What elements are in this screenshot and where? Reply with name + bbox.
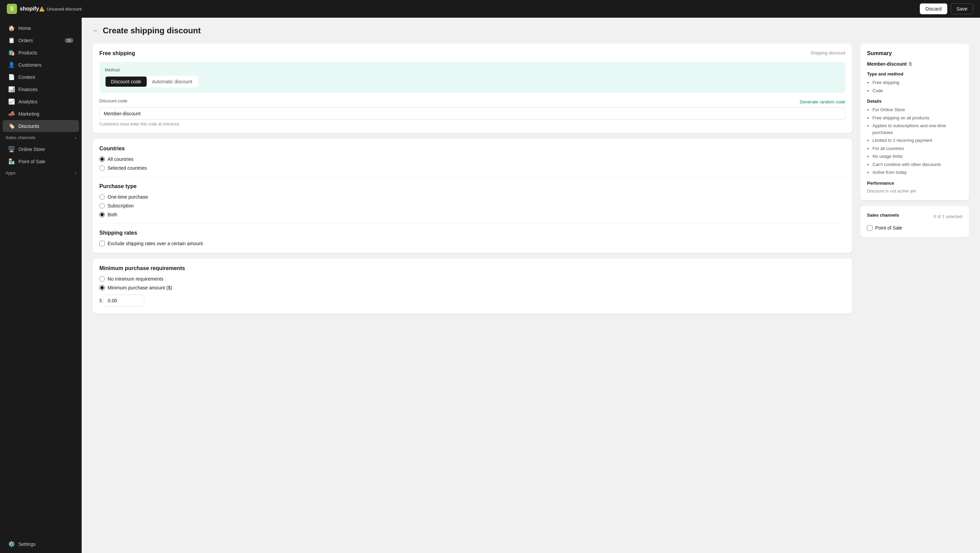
topbar-right: Discard Save bbox=[920, 3, 973, 14]
both-radio[interactable]: Both bbox=[99, 212, 845, 217]
apps-section-header[interactable]: Apps › bbox=[0, 168, 82, 178]
minimum-amount-label: Minimum purchase amount ($) bbox=[108, 285, 172, 291]
analytics-icon: 📈 bbox=[8, 98, 15, 105]
no-minimum-radio-input[interactable] bbox=[99, 276, 105, 281]
details-title: Details bbox=[867, 99, 962, 104]
topbar-left: S shopify bbox=[7, 4, 39, 14]
sidebar-item-products[interactable]: 🛍️ Products bbox=[3, 47, 79, 59]
type-method-section: Type and method Free shipping Code bbox=[867, 72, 962, 94]
discard-button[interactable]: Discard bbox=[920, 3, 947, 14]
point-of-sale-label: Point of Sale bbox=[875, 225, 902, 230]
customers-icon: 👤 bbox=[8, 62, 15, 68]
orders-badge: 25 bbox=[65, 38, 73, 43]
sidebar-nav-items: 🏠 Home 📋 Orders 25 🛍️ Products 👤 Custome… bbox=[0, 22, 82, 132]
sidebar-item-label: Marketing bbox=[18, 111, 39, 117]
apps-label: Apps bbox=[5, 170, 16, 175]
type-method-list: Free shipping Code bbox=[867, 79, 962, 94]
warning-icon: ⚠️ bbox=[39, 6, 45, 11]
performance-section: Performance Discount is not active yet bbox=[867, 181, 962, 194]
home-icon: 🏠 bbox=[8, 25, 15, 31]
detail-3: Limited to 1 recurring payment bbox=[872, 137, 962, 144]
discounts-icon: 🏷️ bbox=[8, 123, 15, 129]
sidebar-item-label: Analytics bbox=[18, 99, 37, 105]
purchase-type-radio-group: One-time purchase Subscription Both bbox=[99, 194, 845, 217]
no-minimum-label: No minimum requirements bbox=[108, 276, 163, 281]
detail-7: Active from today bbox=[872, 169, 962, 176]
detail-2: Applies to subscriptions and one-time pu… bbox=[872, 122, 962, 136]
discount-code-toggle[interactable]: Discount code bbox=[105, 76, 147, 87]
sidebar-item-content[interactable]: 📄 Content bbox=[3, 71, 79, 83]
both-radio-input[interactable] bbox=[99, 212, 105, 217]
all-countries-radio[interactable]: All countries bbox=[99, 156, 845, 162]
point-of-sale-channel[interactable]: Point of Sale bbox=[867, 225, 962, 230]
selected-countries-radio-input[interactable] bbox=[99, 165, 105, 171]
free-shipping-title: Free shipping bbox=[99, 50, 135, 56]
all-countries-radio-input[interactable] bbox=[99, 156, 105, 162]
free-shipping-card: Free shipping Shipping discount Method D… bbox=[92, 43, 852, 133]
method-toggle-group: Discount code Automatic discount bbox=[105, 76, 198, 87]
sidebar-item-orders[interactable]: 📋 Orders 25 bbox=[3, 34, 79, 46]
summary-name: Member-discount ⎘ bbox=[867, 61, 962, 67]
copy-icon[interactable]: ⎘ bbox=[909, 61, 912, 67]
discount-code-hint: Customers must enter this code at checko… bbox=[99, 122, 845, 127]
sidebar-item-point-of-sale[interactable]: 🏪 Point of Sale bbox=[3, 156, 79, 167]
products-icon: 🛍️ bbox=[8, 49, 15, 56]
sidebar-item-label: Settings bbox=[18, 542, 36, 547]
summary-discount-name: Member-discount bbox=[867, 61, 907, 67]
chevron-right-icon: › bbox=[75, 135, 76, 140]
exclude-checkbox-input[interactable] bbox=[99, 241, 105, 246]
card-header-row: Free shipping Shipping discount bbox=[99, 50, 845, 56]
orders-icon: 📋 bbox=[8, 37, 15, 43]
one-time-radio-input[interactable] bbox=[99, 194, 105, 200]
settings-icon: ⚙️ bbox=[8, 541, 15, 547]
minimum-purchase-radio-group: No minimum requirements Minimum purchase… bbox=[99, 276, 845, 291]
both-label: Both bbox=[108, 212, 118, 217]
sidebar-item-finances[interactable]: 📊 Finances bbox=[3, 83, 79, 95]
subscription-radio[interactable]: Subscription bbox=[99, 203, 845, 208]
sidebar-item-label: Finances bbox=[18, 87, 38, 92]
generate-random-link[interactable]: Generate random code bbox=[800, 99, 845, 105]
point-of-sale-checkbox[interactable] bbox=[867, 225, 872, 230]
minimum-amount-radio-input[interactable] bbox=[99, 285, 105, 291]
sidebar-item-label: Content bbox=[18, 75, 35, 80]
free-shipping-subtitle: Shipping discount bbox=[810, 50, 845, 56]
selected-countries-radio[interactable]: Selected countries bbox=[99, 165, 845, 171]
type-method-title: Type and method bbox=[867, 72, 962, 76]
performance-title: Performance bbox=[867, 181, 962, 186]
type-item-0: Free shipping bbox=[872, 79, 962, 86]
discount-code-field-row: Discount code Generate random code bbox=[99, 98, 845, 105]
minimum-amount-input[interactable] bbox=[103, 294, 144, 307]
dollar-sign: $ bbox=[99, 298, 102, 304]
subscription-radio-input[interactable] bbox=[99, 203, 105, 208]
no-minimum-radio[interactable]: No minimum requirements bbox=[99, 276, 845, 281]
one-time-purchase-radio[interactable]: One-time purchase bbox=[99, 194, 845, 200]
sidebar-item-home[interactable]: 🏠 Home bbox=[3, 22, 79, 34]
countries-radio-group: All countries Selected countries bbox=[99, 156, 845, 171]
sales-channels-section-header[interactable]: Sales channels › bbox=[0, 132, 82, 143]
sidebar-item-discounts[interactable]: 🏷️ Discounts bbox=[3, 120, 79, 132]
sidebar-item-customers[interactable]: 👤 Customers bbox=[3, 59, 79, 71]
minimum-amount-radio[interactable]: Minimum purchase amount ($) bbox=[99, 285, 845, 291]
detail-1: Free shipping on all products bbox=[872, 114, 962, 121]
discount-code-input[interactable] bbox=[99, 108, 845, 120]
sidebar-item-marketing[interactable]: 📣 Marketing bbox=[3, 108, 79, 120]
exclude-label: Exclude shipping rates over a certain am… bbox=[108, 241, 203, 246]
back-button[interactable]: ← bbox=[92, 27, 99, 34]
sidebar-item-label: Products bbox=[18, 50, 37, 56]
save-button[interactable]: Save bbox=[951, 3, 973, 14]
automatic-discount-toggle[interactable]: Automatic discount bbox=[147, 76, 198, 87]
discount-code-field: Discount code Generate random code Custo… bbox=[99, 98, 845, 127]
sidebar-item-analytics[interactable]: 📈 Analytics bbox=[3, 95, 79, 108]
sidebar-item-label: Online Store bbox=[18, 146, 45, 152]
sales-channels-label: Sales channels bbox=[5, 135, 35, 140]
details-list: For Online Store Free shipping on all pr… bbox=[867, 106, 962, 176]
marketing-icon: 📣 bbox=[8, 111, 15, 117]
sidebar-item-settings[interactable]: ⚙️ Settings bbox=[3, 538, 79, 550]
sales-channels-card: Sales channels 0 of 1 selected Point of … bbox=[860, 206, 969, 237]
main-content: ← Create shipping discount Free shipping… bbox=[82, 17, 980, 553]
selected-countries-label: Selected countries bbox=[108, 165, 147, 171]
exclude-shipping-rates-checkbox[interactable]: Exclude shipping rates over a certain am… bbox=[99, 241, 845, 246]
sidebar-item-online-store[interactable]: 🖥️ Online Store bbox=[3, 143, 79, 155]
finances-icon: 📊 bbox=[8, 86, 15, 92]
minimum-purchase-card: Minimum purchase requirements No minimum… bbox=[92, 259, 852, 313]
